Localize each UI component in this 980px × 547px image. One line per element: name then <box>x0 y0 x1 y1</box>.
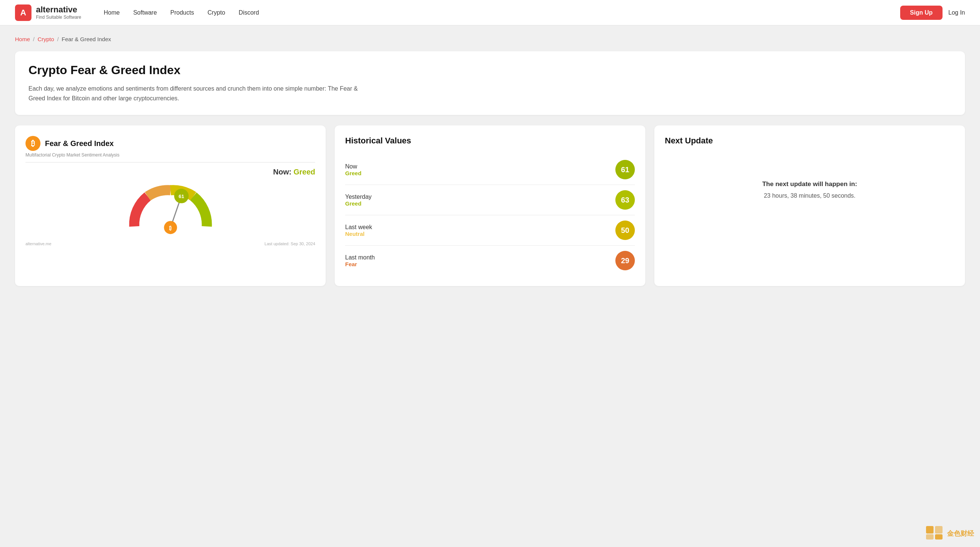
breadcrumb-home[interactable]: Home <box>15 36 30 42</box>
hist-badge-now: 61 <box>616 160 635 179</box>
hist-badge-yesterday: 63 <box>616 190 635 210</box>
logo-text: alternative Find Suitable Software <box>36 5 81 19</box>
brand-sub: Find Suitable Software <box>36 14 81 20</box>
fg-footer: alternative.me Last updated: Sep 30, 202… <box>25 241 315 246</box>
bitcoin-icon: ₿ <box>25 136 40 151</box>
signup-button[interactable]: Sign Up <box>900 6 942 20</box>
next-update-title: Next Update <box>665 136 955 146</box>
hist-row-lastmonth: Last month Fear 29 <box>345 246 635 276</box>
hist-label-yesterday: Yesterday Greed <box>345 193 372 207</box>
cards-row: ₿ Fear & Greed Index Multifactorial Cryp… <box>15 125 965 286</box>
hist-row-lastweek: Last week Neutral 50 <box>345 215 635 246</box>
nav-discord[interactable]: Discord <box>239 10 259 16</box>
fg-card-title: Fear & Greed Index <box>45 139 113 148</box>
fg-card-subtitle: Multifactorial Crypto Market Sentiment A… <box>25 152 315 158</box>
fg-footer-right: Last updated: Sep 30, 2024 <box>264 241 315 246</box>
brand-name: alternative <box>36 5 81 14</box>
gauge-svg: ₿ 61 <box>122 179 219 236</box>
fg-divider <box>25 162 315 162</box>
nav-crypto[interactable]: Crypto <box>208 10 225 16</box>
fg-now-value: Greed <box>293 168 315 176</box>
header-actions: Sign Up Log In <box>900 6 965 20</box>
main-nav: Home Software Products Crypto Discord <box>81 10 259 16</box>
fear-greed-card: ₿ Fear & Greed Index Multifactorial Cryp… <box>15 125 326 286</box>
header: A alternative Find Suitable Software Hom… <box>0 0 980 25</box>
hist-label-lastmonth: Last month Fear <box>345 254 375 267</box>
info-card: Crypto Fear & Greed Index Each day, we a… <box>15 51 965 115</box>
breadcrumb-sep-2: / <box>57 36 59 42</box>
breadcrumb-current: Fear & Greed Index <box>62 36 111 42</box>
next-update-card: Next Update The next update will happen … <box>654 125 965 286</box>
hist-title: Historical Values <box>345 136 635 146</box>
svg-text:61: 61 <box>178 194 185 200</box>
fg-footer-left: alternative.me <box>25 241 51 246</box>
next-update-label: The next update will happen in: <box>762 181 857 188</box>
hist-badge-lastmonth: 29 <box>616 251 635 270</box>
historical-card: Historical Values Now Greed 61 Yesterday… <box>335 125 645 286</box>
breadcrumb-sep-1: / <box>33 36 35 42</box>
nav-software[interactable]: Software <box>133 10 157 16</box>
login-button[interactable]: Log In <box>948 10 965 16</box>
svg-text:₿: ₿ <box>169 225 172 231</box>
hist-badge-lastweek: 50 <box>616 220 635 240</box>
main-content: Home / Crypto / Fear & Greed Index Crypt… <box>0 25 980 296</box>
fg-now-label: Now: Greed <box>25 168 315 176</box>
hist-label-lastweek: Last week Neutral <box>345 224 372 237</box>
hist-row-now: Now Greed 61 <box>345 155 635 185</box>
nav-home[interactable]: Home <box>104 10 120 16</box>
hist-label-now: Now Greed <box>345 163 361 176</box>
nav-products[interactable]: Products <box>170 10 194 16</box>
breadcrumb-crypto[interactable]: Crypto <box>38 36 54 42</box>
next-update-content: The next update will happen in: 23 hours… <box>665 156 955 224</box>
page-title: Crypto Fear & Greed Index <box>29 63 951 77</box>
breadcrumb: Home / Crypto / Fear & Greed Index <box>15 36 965 42</box>
hist-row-yesterday: Yesterday Greed 63 <box>345 185 635 215</box>
logo-link[interactable]: A alternative Find Suitable Software <box>15 5 81 21</box>
page-description: Each day, we analyze emotions and sentim… <box>29 84 366 103</box>
fg-card-header: ₿ Fear & Greed Index <box>25 136 315 151</box>
gauge-container: ₿ 61 <box>25 179 315 236</box>
logo-icon: A <box>15 5 32 21</box>
next-update-time: 23 hours, 38 minutes, 50 seconds. <box>764 192 856 199</box>
